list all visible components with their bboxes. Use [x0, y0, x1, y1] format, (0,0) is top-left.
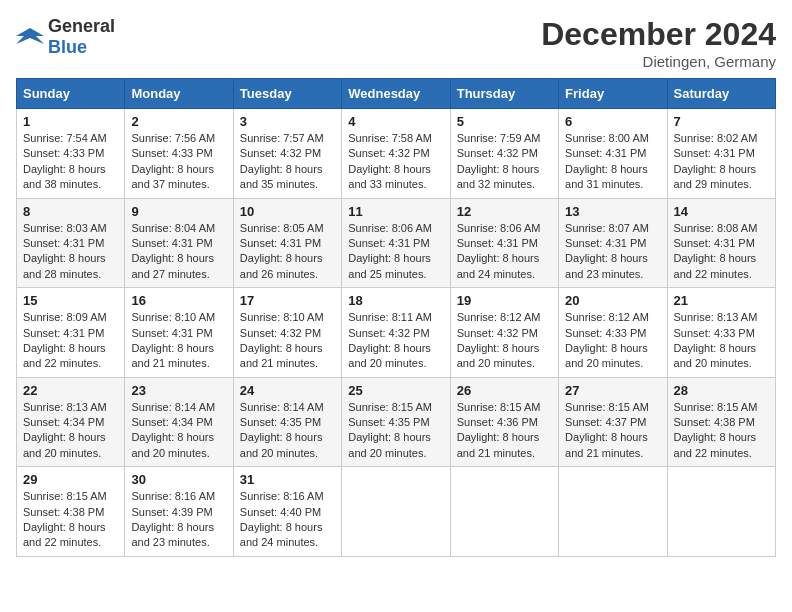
- calendar-day-cell: 14 Sunrise: 8:08 AM Sunset: 4:31 PM Dayl…: [667, 198, 775, 288]
- calendar-day-cell: 16 Sunrise: 8:10 AM Sunset: 4:31 PM Dayl…: [125, 288, 233, 378]
- day-info: Sunrise: 8:14 AM Sunset: 4:34 PM Dayligh…: [131, 400, 226, 462]
- calendar-day-cell: 10 Sunrise: 8:05 AM Sunset: 4:31 PM Dayl…: [233, 198, 341, 288]
- calendar-day-cell: 2 Sunrise: 7:56 AM Sunset: 4:33 PM Dayli…: [125, 109, 233, 199]
- day-number: 22: [23, 383, 118, 398]
- day-info: Sunrise: 7:57 AM Sunset: 4:32 PM Dayligh…: [240, 131, 335, 193]
- day-info: Sunrise: 8:05 AM Sunset: 4:31 PM Dayligh…: [240, 221, 335, 283]
- day-info: Sunrise: 8:15 AM Sunset: 4:35 PM Dayligh…: [348, 400, 443, 462]
- calendar-day-cell: 15 Sunrise: 8:09 AM Sunset: 4:31 PM Dayl…: [17, 288, 125, 378]
- day-info: Sunrise: 8:10 AM Sunset: 4:32 PM Dayligh…: [240, 310, 335, 372]
- title-block: December 2024 Dietingen, Germany: [541, 16, 776, 70]
- day-number: 1: [23, 114, 118, 129]
- page-header: General Blue December 2024 Dietingen, Ge…: [16, 16, 776, 70]
- day-info: Sunrise: 7:59 AM Sunset: 4:32 PM Dayligh…: [457, 131, 552, 193]
- day-info: Sunrise: 7:54 AM Sunset: 4:33 PM Dayligh…: [23, 131, 118, 193]
- day-number: 13: [565, 204, 660, 219]
- calendar-day-cell: 18 Sunrise: 8:11 AM Sunset: 4:32 PM Dayl…: [342, 288, 450, 378]
- day-number: 2: [131, 114, 226, 129]
- calendar-day-cell: 11 Sunrise: 8:06 AM Sunset: 4:31 PM Dayl…: [342, 198, 450, 288]
- month-title: December 2024: [541, 16, 776, 53]
- calendar-day-cell: 20 Sunrise: 8:12 AM Sunset: 4:33 PM Dayl…: [559, 288, 667, 378]
- calendar-day-cell: 9 Sunrise: 8:04 AM Sunset: 4:31 PM Dayli…: [125, 198, 233, 288]
- day-number: 12: [457, 204, 552, 219]
- day-number: 8: [23, 204, 118, 219]
- day-info: Sunrise: 8:00 AM Sunset: 4:31 PM Dayligh…: [565, 131, 660, 193]
- day-number: 4: [348, 114, 443, 129]
- calendar-day-cell: 4 Sunrise: 7:58 AM Sunset: 4:32 PM Dayli…: [342, 109, 450, 199]
- day-info: Sunrise: 8:10 AM Sunset: 4:31 PM Dayligh…: [131, 310, 226, 372]
- day-number: 21: [674, 293, 769, 308]
- day-info: Sunrise: 8:06 AM Sunset: 4:31 PM Dayligh…: [348, 221, 443, 283]
- calendar-day-cell: 27 Sunrise: 8:15 AM Sunset: 4:37 PM Dayl…: [559, 377, 667, 467]
- day-number: 23: [131, 383, 226, 398]
- day-header-sunday: Sunday: [17, 79, 125, 109]
- day-info: Sunrise: 8:15 AM Sunset: 4:37 PM Dayligh…: [565, 400, 660, 462]
- day-info: Sunrise: 8:15 AM Sunset: 4:38 PM Dayligh…: [674, 400, 769, 462]
- svg-marker-0: [16, 28, 44, 44]
- day-info: Sunrise: 8:13 AM Sunset: 4:33 PM Dayligh…: [674, 310, 769, 372]
- logo-general-text: General: [48, 16, 115, 36]
- day-info: Sunrise: 8:15 AM Sunset: 4:38 PM Dayligh…: [23, 489, 118, 551]
- day-header-monday: Monday: [125, 79, 233, 109]
- calendar-day-cell: 26 Sunrise: 8:15 AM Sunset: 4:36 PM Dayl…: [450, 377, 558, 467]
- day-number: 31: [240, 472, 335, 487]
- calendar-day-cell: 5 Sunrise: 7:59 AM Sunset: 4:32 PM Dayli…: [450, 109, 558, 199]
- day-number: 15: [23, 293, 118, 308]
- day-info: Sunrise: 8:13 AM Sunset: 4:34 PM Dayligh…: [23, 400, 118, 462]
- day-number: 26: [457, 383, 552, 398]
- calendar-day-cell: 17 Sunrise: 8:10 AM Sunset: 4:32 PM Dayl…: [233, 288, 341, 378]
- day-info: Sunrise: 8:07 AM Sunset: 4:31 PM Dayligh…: [565, 221, 660, 283]
- logo-blue-text: Blue: [48, 37, 87, 57]
- day-number: 7: [674, 114, 769, 129]
- calendar-day-cell: [667, 467, 775, 557]
- calendar-day-cell: 8 Sunrise: 8:03 AM Sunset: 4:31 PM Dayli…: [17, 198, 125, 288]
- calendar-table: SundayMondayTuesdayWednesdayThursdayFrid…: [16, 78, 776, 557]
- calendar-day-cell: 29 Sunrise: 8:15 AM Sunset: 4:38 PM Dayl…: [17, 467, 125, 557]
- calendar-day-cell: 7 Sunrise: 8:02 AM Sunset: 4:31 PM Dayli…: [667, 109, 775, 199]
- calendar-day-cell: 19 Sunrise: 8:12 AM Sunset: 4:32 PM Dayl…: [450, 288, 558, 378]
- calendar-day-cell: 24 Sunrise: 8:14 AM Sunset: 4:35 PM Dayl…: [233, 377, 341, 467]
- day-number: 28: [674, 383, 769, 398]
- day-number: 29: [23, 472, 118, 487]
- day-info: Sunrise: 7:58 AM Sunset: 4:32 PM Dayligh…: [348, 131, 443, 193]
- day-number: 5: [457, 114, 552, 129]
- day-info: Sunrise: 8:14 AM Sunset: 4:35 PM Dayligh…: [240, 400, 335, 462]
- day-number: 14: [674, 204, 769, 219]
- day-number: 27: [565, 383, 660, 398]
- calendar-header-row: SundayMondayTuesdayWednesdayThursdayFrid…: [17, 79, 776, 109]
- day-info: Sunrise: 8:16 AM Sunset: 4:39 PM Dayligh…: [131, 489, 226, 551]
- logo-bird-icon: [16, 26, 44, 48]
- location-subtitle: Dietingen, Germany: [541, 53, 776, 70]
- day-number: 3: [240, 114, 335, 129]
- calendar-day-cell: 13 Sunrise: 8:07 AM Sunset: 4:31 PM Dayl…: [559, 198, 667, 288]
- day-info: Sunrise: 8:09 AM Sunset: 4:31 PM Dayligh…: [23, 310, 118, 372]
- day-info: Sunrise: 8:06 AM Sunset: 4:31 PM Dayligh…: [457, 221, 552, 283]
- calendar-day-cell: [450, 467, 558, 557]
- calendar-day-cell: 23 Sunrise: 8:14 AM Sunset: 4:34 PM Dayl…: [125, 377, 233, 467]
- day-info: Sunrise: 8:03 AM Sunset: 4:31 PM Dayligh…: [23, 221, 118, 283]
- calendar-day-cell: 30 Sunrise: 8:16 AM Sunset: 4:39 PM Dayl…: [125, 467, 233, 557]
- day-info: Sunrise: 8:08 AM Sunset: 4:31 PM Dayligh…: [674, 221, 769, 283]
- calendar-day-cell: 22 Sunrise: 8:13 AM Sunset: 4:34 PM Dayl…: [17, 377, 125, 467]
- day-info: Sunrise: 8:12 AM Sunset: 4:33 PM Dayligh…: [565, 310, 660, 372]
- calendar-day-cell: 1 Sunrise: 7:54 AM Sunset: 4:33 PM Dayli…: [17, 109, 125, 199]
- calendar-day-cell: [342, 467, 450, 557]
- day-info: Sunrise: 7:56 AM Sunset: 4:33 PM Dayligh…: [131, 131, 226, 193]
- day-header-tuesday: Tuesday: [233, 79, 341, 109]
- calendar-day-cell: 25 Sunrise: 8:15 AM Sunset: 4:35 PM Dayl…: [342, 377, 450, 467]
- day-header-saturday: Saturday: [667, 79, 775, 109]
- day-header-wednesday: Wednesday: [342, 79, 450, 109]
- day-number: 30: [131, 472, 226, 487]
- day-number: 18: [348, 293, 443, 308]
- day-header-thursday: Thursday: [450, 79, 558, 109]
- calendar-day-cell: 21 Sunrise: 8:13 AM Sunset: 4:33 PM Dayl…: [667, 288, 775, 378]
- calendar-day-cell: [559, 467, 667, 557]
- day-number: 9: [131, 204, 226, 219]
- calendar-week-row: 29 Sunrise: 8:15 AM Sunset: 4:38 PM Dayl…: [17, 467, 776, 557]
- calendar-week-row: 1 Sunrise: 7:54 AM Sunset: 4:33 PM Dayli…: [17, 109, 776, 199]
- calendar-day-cell: 3 Sunrise: 7:57 AM Sunset: 4:32 PM Dayli…: [233, 109, 341, 199]
- day-info: Sunrise: 8:16 AM Sunset: 4:40 PM Dayligh…: [240, 489, 335, 551]
- calendar-day-cell: 12 Sunrise: 8:06 AM Sunset: 4:31 PM Dayl…: [450, 198, 558, 288]
- day-number: 10: [240, 204, 335, 219]
- day-number: 20: [565, 293, 660, 308]
